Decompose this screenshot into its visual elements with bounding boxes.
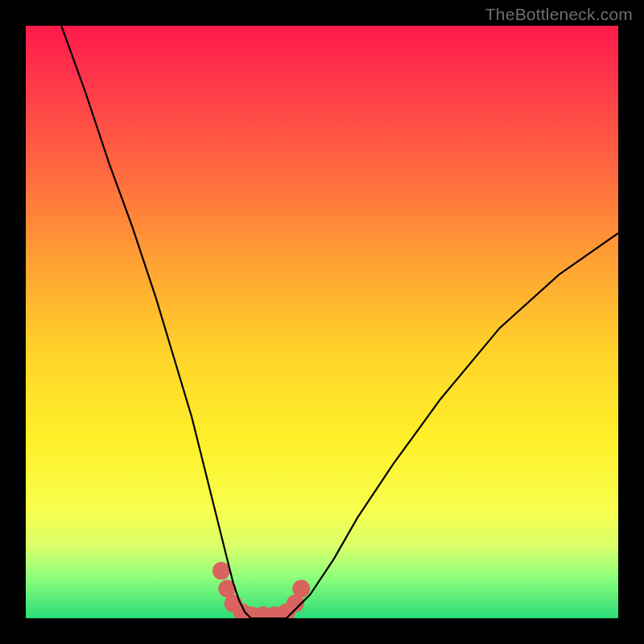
bottleneck-chart-svg <box>26 26 618 618</box>
watermark-text: TheBottleneck.com <box>485 5 633 24</box>
bottleneck-curve <box>61 26 618 618</box>
plot-area <box>26 26 618 618</box>
highlight-dot <box>292 580 310 597</box>
highlight-dot <box>213 562 230 580</box>
chart-frame: TheBottleneck.com <box>0 0 644 644</box>
